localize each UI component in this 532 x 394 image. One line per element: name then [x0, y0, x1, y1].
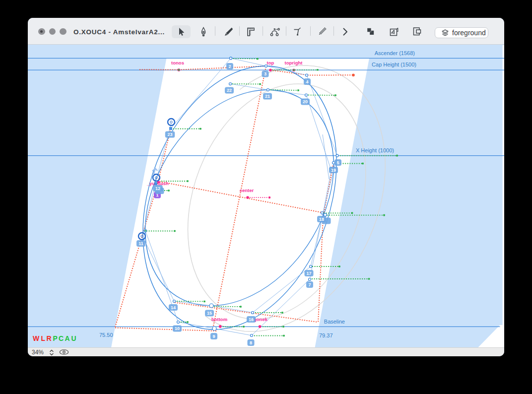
svg-text:topright: topright	[285, 60, 303, 66]
svg-text:9: 9	[212, 334, 215, 339]
svg-text:bottom: bottom	[211, 317, 227, 322]
svg-text:A: A	[65, 334, 70, 342]
svg-text:19: 19	[331, 168, 336, 173]
svg-text:14: 14	[171, 305, 176, 310]
svg-text:10: 10	[175, 326, 180, 331]
svg-text:top: top	[267, 60, 274, 66]
svg-text:23: 23	[167, 132, 172, 137]
svg-text:3: 3	[264, 71, 266, 76]
svg-text:Cap Height (1500): Cap Height (1500)	[372, 62, 416, 67]
svg-text:2: 2	[228, 64, 231, 69]
svg-text:gonek: gonek	[254, 317, 268, 322]
svg-text:12: 12	[155, 186, 160, 191]
svg-text:R: R	[47, 334, 52, 342]
svg-text:20: 20	[303, 99, 308, 104]
svg-text:21: 21	[265, 94, 270, 99]
svg-text:tonos: tonos	[171, 60, 184, 66]
svg-text:C: C	[59, 334, 64, 342]
svg-text:7: 7	[308, 282, 311, 287]
svg-text:17: 17	[306, 271, 311, 276]
svg-text:Baseline: Baseline	[324, 319, 345, 325]
svg-text:P: P	[53, 334, 58, 342]
svg-text:4: 4	[306, 79, 308, 84]
svg-text:15: 15	[207, 311, 212, 316]
svg-text:75.50: 75.50	[99, 332, 113, 338]
svg-text:22: 22	[227, 88, 232, 93]
svg-text:Ascender (1568): Ascender (1568)	[375, 50, 415, 56]
svg-text:X Height (1000): X Height (1000)	[356, 147, 394, 153]
svg-text:center: center	[240, 188, 254, 193]
svg-text:18: 18	[319, 217, 324, 222]
svg-text:16: 16	[249, 317, 254, 322]
svg-text:11: 11	[138, 241, 143, 246]
svg-text:5: 5	[336, 160, 339, 165]
svg-text:8: 8	[250, 340, 252, 345]
svg-text:79.37: 79.37	[319, 332, 333, 338]
svg-text:L: L	[41, 334, 46, 342]
svg-text:U: U	[71, 334, 76, 342]
svg-text:W: W	[33, 334, 40, 342]
